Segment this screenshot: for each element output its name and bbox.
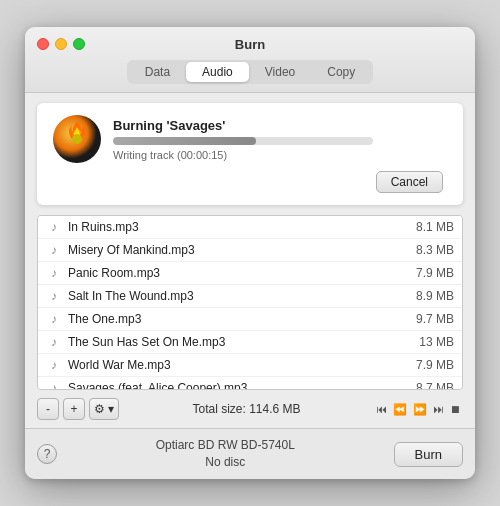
next-button[interactable]: ⏩ <box>411 402 429 417</box>
traffic-lights <box>37 38 85 50</box>
track-name: The Sun Has Set On Me.mp3 <box>68 335 411 349</box>
track-name: Panic Room.mp3 <box>68 266 408 280</box>
cancel-row: Cancel <box>53 171 447 193</box>
table-row: ♪ Misery Of Mankind.mp3 8.3 MB <box>38 239 462 262</box>
tab-copy[interactable]: Copy <box>311 62 371 82</box>
table-row: ♪ In Ruins.mp3 8.1 MB <box>38 216 462 239</box>
drive-info: Optiarc BD RW BD-5740L No disc <box>57 437 394 471</box>
music-icon: ♪ <box>46 288 62 304</box>
music-icon: ♪ <box>46 357 62 373</box>
flame-icon <box>65 119 89 147</box>
progress-overlay: Burning 'Savages' Writing track (00:00:1… <box>37 103 463 205</box>
burn-window: Burn Data Audio Video Copy Burning 'Sava… <box>25 27 475 479</box>
rewind-button[interactable]: ⏮ <box>374 402 389 416</box>
track-size: 8.9 MB <box>416 289 454 303</box>
music-icon: ♪ <box>46 334 62 350</box>
tab-bar: Data Audio Video Copy <box>127 60 374 84</box>
track-size: 7.9 MB <box>416 266 454 280</box>
table-row: ♪ Salt In The Wound.mp3 8.9 MB <box>38 285 462 308</box>
music-icon: ♪ <box>46 380 62 390</box>
progress-bar-track <box>113 137 373 145</box>
track-size: 8.3 MB <box>416 243 454 257</box>
track-name: The One.mp3 <box>68 312 408 326</box>
track-size: 8.7 MB <box>416 381 454 390</box>
tab-audio[interactable]: Audio <box>186 62 249 82</box>
music-icon: ♪ <box>46 242 62 258</box>
titlebar: Burn Data Audio Video Copy <box>25 27 475 93</box>
playback-controls: ⏮ ⏪ ⏩ ⏭ ⏹ <box>374 402 463 417</box>
total-size-label: Total size: 114.6 MB <box>123 402 370 416</box>
progress-header: Burning 'Savages' Writing track (00:00:1… <box>53 115 447 163</box>
forward-button[interactable]: ⏭ <box>431 402 446 416</box>
track-size: 9.7 MB <box>416 312 454 326</box>
track-size: 7.9 MB <box>416 358 454 372</box>
bottom-bar: ? Optiarc BD RW BD-5740L No disc Burn <box>25 428 475 479</box>
disc-icon <box>53 115 101 163</box>
add-track-button[interactable]: + <box>63 398 85 420</box>
track-list: ♪ In Ruins.mp3 8.1 MB ♪ Misery Of Mankin… <box>37 215 463 390</box>
track-size: 13 MB <box>419 335 454 349</box>
track-size: 8.1 MB <box>416 220 454 234</box>
table-row: ♪ Savages (feat. Alice Cooper).mp3 8.7 M… <box>38 377 462 390</box>
table-row: ♪ The Sun Has Set On Me.mp3 13 MB <box>38 331 462 354</box>
tab-video[interactable]: Video <box>249 62 311 82</box>
track-name: Misery Of Mankind.mp3 <box>68 243 408 257</box>
stop-button[interactable]: ⏹ <box>448 402 463 416</box>
table-row: ♪ World War Me.mp3 7.9 MB <box>38 354 462 377</box>
minimize-button[interactable] <box>55 38 67 50</box>
drive-name: Optiarc BD RW BD-5740L <box>57 437 394 454</box>
prev-button[interactable]: ⏪ <box>391 402 409 417</box>
progress-title: Burning 'Savages' <box>113 118 373 133</box>
cancel-button[interactable]: Cancel <box>376 171 443 193</box>
maximize-button[interactable] <box>73 38 85 50</box>
progress-info: Burning 'Savages' Writing track (00:00:1… <box>113 118 373 161</box>
help-button[interactable]: ? <box>37 444 57 464</box>
progress-bar-fill <box>113 137 256 145</box>
burn-button[interactable]: Burn <box>394 442 463 467</box>
drive-status: No disc <box>57 454 394 471</box>
close-button[interactable] <box>37 38 49 50</box>
track-name: Salt In The Wound.mp3 <box>68 289 408 303</box>
remove-track-button[interactable]: - <box>37 398 59 420</box>
music-icon: ♪ <box>46 219 62 235</box>
settings-button[interactable]: ⚙ ▾ <box>89 398 119 420</box>
track-name: Savages (feat. Alice Cooper).mp3 <box>68 381 408 390</box>
table-row: ♪ Panic Room.mp3 7.9 MB <box>38 262 462 285</box>
table-row: ♪ The One.mp3 9.7 MB <box>38 308 462 331</box>
music-icon: ♪ <box>46 265 62 281</box>
track-name: In Ruins.mp3 <box>68 220 408 234</box>
music-icon: ♪ <box>46 311 62 327</box>
track-name: World War Me.mp3 <box>68 358 408 372</box>
toolbar-row: - + ⚙ ▾ Total size: 114.6 MB ⏮ ⏪ ⏩ ⏭ ⏹ <box>25 390 475 428</box>
tab-data[interactable]: Data <box>129 62 186 82</box>
progress-status: Writing track (00:00:15) <box>113 149 373 161</box>
window-title: Burn <box>235 37 265 52</box>
